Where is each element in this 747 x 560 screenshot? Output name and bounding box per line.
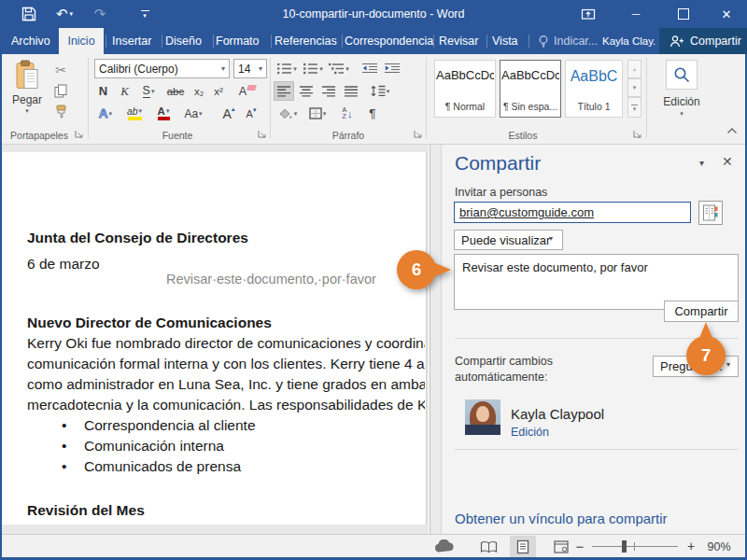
tab-revisar[interactable]: Revisar <box>439 28 478 54</box>
tab-vista[interactable]: Vista <box>492 28 518 54</box>
doc-bullet-item: •Comunicados de prensa <box>62 458 241 475</box>
multilevel-dropdown-icon: ▾ <box>345 65 349 73</box>
strikethrough-button[interactable]: abc <box>163 81 188 101</box>
align-left-button[interactable] <box>274 81 294 101</box>
decrease-indent-button[interactable] <box>359 60 380 77</box>
pane-close-button[interactable]: ✕ <box>722 154 733 169</box>
maximize-button[interactable] <box>665 0 702 28</box>
paste-clipboard-icon <box>15 60 39 91</box>
tab-insertar[interactable]: Insertar <box>112 28 151 54</box>
change-case-button[interactable]: Aa ▾ <box>180 104 206 123</box>
line-spacing-button[interactable]: ▾ <box>367 81 393 101</box>
align-center-button[interactable] <box>296 81 317 101</box>
clipboard-dialog-launcher[interactable] <box>75 130 85 140</box>
zoom-in-button[interactable]: + <box>683 537 699 555</box>
paste-button[interactable]: Pegar ▾ <box>7 58 47 125</box>
pane-menu-button[interactable]: ▾ <box>699 158 704 168</box>
decrease-indent-icon <box>362 63 377 75</box>
styles-more-button[interactable]: ▾ <box>627 97 641 118</box>
collapse-ribbon-button[interactable] <box>726 127 738 134</box>
highlight-swatch <box>128 117 142 120</box>
bold-button[interactable]: N <box>93 81 113 101</box>
tell-me-button[interactable]: Indicar... <box>538 28 598 54</box>
shading-button[interactable]: ▾ <box>275 104 301 123</box>
minimize-button[interactable]: ─ <box>616 0 655 28</box>
ribbon-display-options-button[interactable] <box>571 0 605 28</box>
multilevel-list-button[interactable]: ▾ <box>327 60 351 77</box>
text-effects-button[interactable]: A ▾ <box>93 104 118 123</box>
invite-email-input[interactable] <box>454 202 691 223</box>
get-link-button[interactable]: Obtener un vínculo para compartir <box>455 511 668 526</box>
share-tab-button[interactable]: Compartir <box>659 28 747 54</box>
zoom-slider-thumb[interactable] <box>622 540 627 553</box>
shrink-font-button[interactable]: A ▾ <box>241 104 261 123</box>
styles-scroll-down-button[interactable]: ▾ <box>627 78 641 97</box>
sort-button[interactable]: A Z ↓ <box>336 104 359 123</box>
scroll-up-icon: ▴ <box>633 65 637 73</box>
clipboard-group-label: Portapapeles <box>6 130 73 141</box>
numbering-button[interactable]: ▾ <box>301 60 325 77</box>
grow-font-button[interactable]: A ▴ <box>218 104 239 123</box>
search-icon-box <box>666 60 698 90</box>
underline-label: S <box>143 84 150 98</box>
font-family-combo[interactable]: Calibri (Cuerpo) ▾ <box>94 59 230 78</box>
increase-indent-icon <box>385 63 400 75</box>
zoom-slider-track[interactable] <box>592 546 678 547</box>
cut-button[interactable]: ✂ <box>50 61 71 79</box>
tab-diseno[interactable]: Diseño <box>165 28 202 54</box>
shading-dropdown-icon: ▾ <box>294 110 298 118</box>
message-text: Revisar este documento, por favor <box>462 260 648 274</box>
tab-correspondencia[interactable]: Correspondencia <box>345 28 433 54</box>
zoom-out-button[interactable]: − <box>571 537 588 555</box>
title-bar: ↶ ▾ ↷ ▾ 10-compartir-un-documento - Word… <box>0 0 747 28</box>
bullets-button[interactable]: ▾ <box>275 60 299 77</box>
font-color-button[interactable]: A▾ <box>151 104 176 123</box>
print-layout-button[interactable] <box>510 536 536 557</box>
address-book-button[interactable] <box>698 201 723 225</box>
tab-formato[interactable]: Formato <box>216 28 260 54</box>
close-button[interactable]: ✕ <box>706 0 747 28</box>
copy-button[interactable] <box>50 81 71 100</box>
doc-date: 6 de marzo <box>27 256 425 273</box>
document-page[interactable]: Junta del Consejo de Directores 6 de mar… <box>2 152 427 525</box>
upload-status-button[interactable] <box>431 539 458 554</box>
underline-button[interactable]: S ▾ <box>136 81 161 101</box>
web-layout-button[interactable] <box>549 538 573 555</box>
tab-referencias[interactable]: Referencias <box>275 28 337 54</box>
subscript-button[interactable]: x₂ <box>190 81 208 101</box>
tab-separator <box>342 35 343 48</box>
style-normal[interactable]: AaBbCcDc ¶ Normal <box>434 60 496 118</box>
style-no-spacing[interactable]: AaBbCcDc ¶ Sin espa... <box>500 60 561 118</box>
align-right-button[interactable] <box>318 81 339 101</box>
format-painter-button[interactable] <box>50 102 71 120</box>
styles-dialog-launcher[interactable] <box>633 130 643 140</box>
zoom-level-button[interactable]: 90% <box>702 538 736 555</box>
font-dialog-launcher[interactable] <box>258 130 268 140</box>
doc-heading-revision: Revisión del Mes <box>27 502 145 519</box>
permission-dropdown[interactable]: Puede visualizar ▾ <box>454 230 563 250</box>
font-size-combo[interactable]: 14 ▾ <box>233 59 267 78</box>
paragraph-dialog-launcher[interactable] <box>414 130 424 140</box>
pane-resize-strip[interactable] <box>430 145 442 534</box>
tab-archivo[interactable]: Archivo <box>11 28 50 54</box>
share-button[interactable]: Compartir <box>664 301 739 322</box>
italic-button[interactable]: K <box>115 81 134 101</box>
account-button[interactable]: Kayla Clay... <box>602 28 656 54</box>
shrink-font-arrow-icon: ▾ <box>253 106 257 114</box>
tab-inicio[interactable]: Inicio <box>59 28 104 54</box>
read-mode-button[interactable] <box>476 538 500 555</box>
numbered-list-icon <box>303 63 318 75</box>
borders-button[interactable]: ▾ <box>304 104 331 123</box>
justify-button[interactable] <box>341 81 361 101</box>
style-heading1[interactable]: AaBbC Título 1 <box>565 60 623 118</box>
editing-group-button[interactable]: Edición ▾ <box>655 60 708 123</box>
increase-indent-button[interactable] <box>382 60 402 77</box>
show-marks-button[interactable]: ¶ <box>362 104 383 123</box>
superscript-button[interactable]: x² <box>209 81 228 101</box>
styles-scroll-up-button[interactable]: ▴ <box>627 60 641 78</box>
highlight-color-button[interactable]: ab▾ <box>121 104 148 123</box>
clear-formatting-button[interactable]: A <box>235 81 260 101</box>
person-role-link[interactable]: Edición <box>511 426 549 439</box>
text-effects-dropdown-icon: ▾ <box>109 110 113 118</box>
doc-annotation: Revisar·este·documento,·por·favor <box>166 272 376 287</box>
